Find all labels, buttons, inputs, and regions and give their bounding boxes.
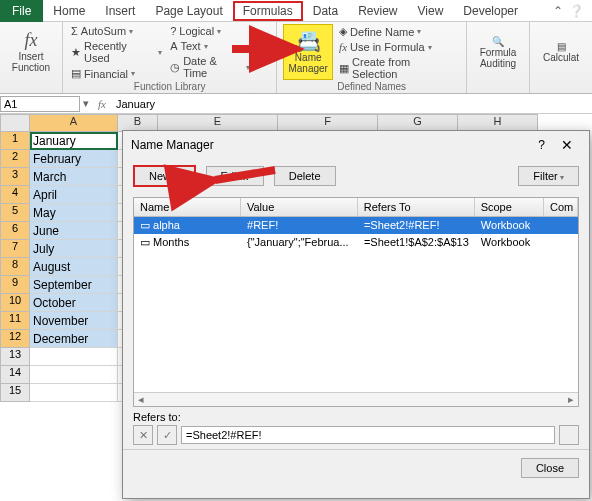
tab-home[interactable]: Home — [43, 1, 95, 21]
tag-icon: ◈ — [339, 25, 347, 38]
col-header-a[interactable]: A — [30, 114, 118, 132]
cancel-edit-icon[interactable]: ✕ — [133, 425, 153, 445]
money-icon: ▤ — [71, 67, 81, 80]
col-value[interactable]: Value — [241, 198, 358, 216]
row-header[interactable]: 6 — [0, 222, 30, 240]
cell[interactable]: August — [30, 258, 118, 276]
cell[interactable]: November — [30, 312, 118, 330]
create-from-selection-button[interactable]: ▦Create from Selection — [337, 55, 460, 81]
refers-to-input[interactable]: =Sheet2!#REF! — [181, 426, 555, 444]
cell[interactable]: May — [30, 204, 118, 222]
insert-function-button[interactable]: fx Insert Function — [6, 24, 56, 80]
col-comment[interactable]: Com — [544, 198, 578, 216]
row-header[interactable]: 1 — [0, 132, 30, 150]
cell[interactable]: December — [30, 330, 118, 348]
tab-review[interactable]: Review — [348, 1, 407, 21]
clock-icon: ◷ — [170, 61, 180, 74]
cell[interactable]: July — [30, 240, 118, 258]
logical-button[interactable]: ?Logical — [168, 24, 252, 38]
ribbon: fx Insert Function ΣAutoSum ★Recently Us… — [0, 22, 592, 94]
dialog-title: Name Manager — [131, 138, 214, 152]
ribbon-tabs: File Home Insert Page Layout Formulas Da… — [0, 0, 592, 22]
name-manager-button[interactable]: 📇 Name Manager — [283, 24, 333, 80]
more-functions-icon[interactable]: ▾ — [256, 24, 270, 81]
financial-button[interactable]: ▤Financial — [69, 66, 164, 81]
refers-to-label: Refers to: — [133, 411, 579, 423]
select-all-corner[interactable] — [0, 114, 30, 132]
delete-button[interactable]: Delete — [274, 166, 336, 186]
help-icon[interactable]: ❔ — [569, 4, 584, 18]
dialog-help-icon[interactable]: ? — [530, 138, 553, 152]
edit-button[interactable]: Edit... — [206, 166, 264, 186]
list-scrollbar[interactable]: ◂ ▸ — [134, 392, 578, 406]
cell[interactable] — [30, 384, 118, 402]
close-button[interactable]: Close — [521, 458, 579, 478]
list-item[interactable]: ▭ alpha #REF! =Sheet2!#REF! Workbook — [134, 217, 578, 234]
names-list: Name Value Refers To Scope Com ▭ alpha #… — [133, 197, 579, 407]
fx-icon: fx — [25, 31, 38, 51]
list-item[interactable]: ▭ Months {"January";"Februa... =Sheet1!$… — [134, 234, 578, 251]
name-manager-dialog: Name Manager ? ✕ New... Edit... Delete F… — [122, 130, 590, 499]
grid-icon: ▦ — [339, 62, 349, 75]
cell[interactable]: June — [30, 222, 118, 240]
col-refers[interactable]: Refers To — [358, 198, 475, 216]
dialog-close-icon[interactable]: ✕ — [553, 137, 581, 153]
formula-input[interactable]: January — [112, 97, 592, 111]
row-header[interactable]: 4 — [0, 186, 30, 204]
name-manager-icon: 📇 — [296, 30, 321, 52]
row-header[interactable]: 9 — [0, 276, 30, 294]
confirm-edit-icon[interactable]: ✓ — [157, 425, 177, 445]
recently-used-button[interactable]: ★Recently Used — [69, 39, 164, 65]
row-header[interactable]: 7 — [0, 240, 30, 258]
row-header[interactable]: 13 — [0, 348, 30, 366]
row-header[interactable]: 11 — [0, 312, 30, 330]
name-icon: ▭ — [140, 236, 153, 248]
row-header[interactable]: 14 — [0, 366, 30, 384]
cell[interactable]: January — [30, 132, 118, 150]
tab-insert[interactable]: Insert — [95, 1, 145, 21]
col-scope[interactable]: Scope — [475, 198, 544, 216]
new-button[interactable]: New... — [133, 165, 196, 187]
scroll-left-icon[interactable]: ◂ — [134, 393, 148, 406]
formula-auditing-button[interactable]: 🔍 Formula Auditing — [473, 24, 523, 80]
fx-small-icon: fx — [339, 41, 347, 53]
row-header[interactable]: 10 — [0, 294, 30, 312]
text-button[interactable]: AText — [168, 39, 252, 53]
scroll-right-icon[interactable]: ▸ — [564, 393, 578, 406]
cell[interactable]: October — [30, 294, 118, 312]
tab-file[interactable]: File — [0, 0, 43, 22]
datetime-button[interactable]: ◷Date & Time — [168, 54, 252, 80]
group-function-library: Function Library — [69, 81, 270, 94]
row-header[interactable]: 5 — [0, 204, 30, 222]
row-header[interactable]: 15 — [0, 384, 30, 402]
row-header[interactable]: 3 — [0, 168, 30, 186]
cell[interactable]: April — [30, 186, 118, 204]
tab-view[interactable]: View — [408, 1, 454, 21]
tab-page-layout[interactable]: Page Layout — [145, 1, 232, 21]
calc-icon: ▤ — [557, 41, 566, 52]
col-name[interactable]: Name — [134, 198, 241, 216]
minimize-ribbon-icon[interactable]: ⌃ — [553, 4, 563, 18]
tab-data[interactable]: Data — [303, 1, 348, 21]
cell[interactable] — [30, 366, 118, 384]
cell[interactable] — [30, 348, 118, 366]
use-in-formula-button[interactable]: fxUse in Formula — [337, 40, 460, 54]
tab-developer[interactable]: Developer — [453, 1, 528, 21]
calculation-button[interactable]: ▤ Calculat — [536, 24, 586, 80]
cell[interactable]: September — [30, 276, 118, 294]
autosum-button[interactable]: ΣAutoSum — [69, 24, 164, 38]
filter-button[interactable]: Filter — [518, 166, 579, 186]
range-picker-icon[interactable] — [559, 425, 579, 445]
name-box-dropdown[interactable]: ▾ — [80, 97, 92, 110]
text-icon: A — [170, 40, 177, 52]
sigma-icon: Σ — [71, 25, 78, 37]
fx-bar-icon[interactable]: fx — [92, 98, 112, 110]
name-box[interactable]: A1 — [0, 96, 80, 112]
tab-formulas[interactable]: Formulas — [233, 1, 303, 21]
cell[interactable]: February — [30, 150, 118, 168]
define-name-button[interactable]: ◈Define Name — [337, 24, 460, 39]
row-header[interactable]: 12 — [0, 330, 30, 348]
row-header[interactable]: 2 — [0, 150, 30, 168]
row-header[interactable]: 8 — [0, 258, 30, 276]
cell[interactable]: March — [30, 168, 118, 186]
